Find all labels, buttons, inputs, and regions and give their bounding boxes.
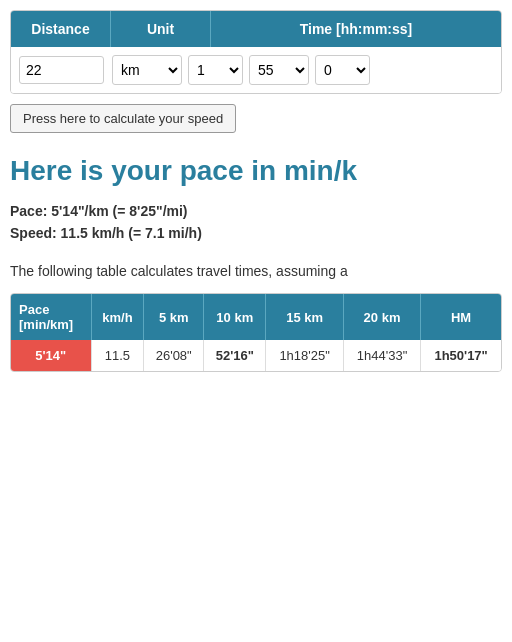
table-cell: 26'08" bbox=[144, 340, 204, 371]
th-10km: 10 km bbox=[204, 294, 266, 340]
table-cell: 52'16" bbox=[204, 340, 266, 371]
result-heading: Here is your pace in min/k bbox=[0, 145, 512, 193]
th-15km: 15 km bbox=[266, 294, 343, 340]
table-desc: The following table calculates travel ti… bbox=[0, 253, 512, 285]
results-table-wrap: Pace[min/km] km/h 5 km 10 km 15 km 20 km… bbox=[10, 293, 502, 372]
min-select[interactable]: 051015 20253035 40455055 bbox=[249, 55, 309, 85]
distance-header: Distance bbox=[11, 11, 111, 47]
th-20km: 20 km bbox=[343, 294, 420, 340]
th-5km: 5 km bbox=[144, 294, 204, 340]
input-header: Distance Unit Time [hh:mm:ss] bbox=[11, 11, 501, 47]
speed-label: Speed: 11.5 km/h (= 7.1 mi/h) bbox=[10, 225, 502, 241]
pace-info: Pace: 5'14"/km (= 8'25"/mi) Speed: 11.5 … bbox=[0, 193, 512, 253]
th-pace: Pace[min/km] bbox=[11, 294, 91, 340]
table-header-row: Pace[min/km] km/h 5 km 10 km 15 km 20 km… bbox=[11, 294, 501, 340]
time-header: Time [hh:mm:ss] bbox=[211, 11, 501, 47]
unit-header: Unit bbox=[111, 11, 211, 47]
th-kmh: km/h bbox=[91, 294, 144, 340]
sec-select[interactable]: 051015 20253035 40455055 bbox=[315, 55, 370, 85]
input-section: Distance Unit Time [hh:mm:ss] km mi 0123… bbox=[10, 10, 502, 94]
calculate-button[interactable]: Press here to calculate your speed bbox=[10, 104, 236, 133]
table-row: 5'14"11.526'08"52'16"1h18'25"1h44'33"1h5… bbox=[11, 340, 501, 371]
pace-label: Pace: 5'14"/km (= 8'25"/mi) bbox=[10, 203, 502, 219]
table-cell: 11.5 bbox=[91, 340, 144, 371]
results-table: Pace[min/km] km/h 5 km 10 km 15 km 20 km… bbox=[11, 294, 501, 371]
table-cell: 1h44'33" bbox=[343, 340, 420, 371]
hour-select[interactable]: 0123 bbox=[188, 55, 243, 85]
table-cell: 5'14" bbox=[11, 340, 91, 371]
th-hm: HM bbox=[421, 294, 501, 340]
input-row: km mi 0123 051015 20253035 40455055 0510… bbox=[11, 47, 501, 93]
unit-select[interactable]: km mi bbox=[112, 55, 182, 85]
table-cell: 1h18'25" bbox=[266, 340, 343, 371]
distance-input[interactable] bbox=[19, 56, 104, 84]
calc-btn-section: Press here to calculate your speed bbox=[10, 104, 502, 133]
table-cell: 1h50'17" bbox=[421, 340, 501, 371]
